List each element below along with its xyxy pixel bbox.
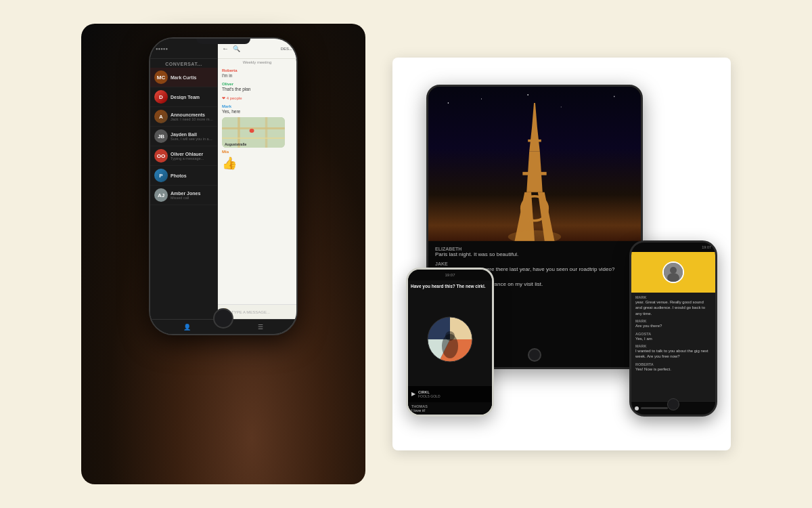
- conv-preview-amber: Missed call: [171, 196, 213, 200]
- small-phone-video-area: Have you heard this? The new cirkl.: [408, 280, 492, 415]
- svg-point-8: [481, 98, 482, 99]
- conv-list-title: CONVERSAT...: [150, 59, 217, 68]
- sender-mia: Mia: [218, 150, 296, 154]
- play-icon[interactable]: ▶: [411, 391, 415, 397]
- conv-item-announcements[interactable]: A Announcments Jack: I need 10 more min.…: [150, 107, 217, 127]
- conv-name-mark-curtis: Mark Curtis: [171, 75, 213, 80]
- map-bubble[interactable]: Auguststraße: [222, 117, 285, 148]
- sp-msg-text-thomas: I love it!: [411, 408, 489, 412]
- small-phone-time: 19:07: [445, 273, 455, 277]
- right-phone-time: 19:07: [702, 245, 711, 249]
- phone-notch: [196, 39, 250, 44]
- rp-msg-mark1: MARK year. Great venue. Really good soun…: [635, 295, 711, 316]
- avatar-oliver: OO: [154, 149, 168, 163]
- sender-mark: Mark: [222, 104, 292, 108]
- conv-item-photos[interactable]: P Photos: [150, 166, 217, 186]
- right-phone-status-bar: 19:07: [631, 242, 715, 252]
- sp-controls-bar: ▶ CIRKL FOOLS GOLD: [408, 386, 492, 402]
- profile-icon[interactable]: 👤: [183, 324, 191, 331]
- devices-container: ELIZABETH Paris last night. It was so be…: [406, 71, 717, 437]
- avatar-design-team: D: [154, 90, 168, 104]
- chat-header-label: DES...: [281, 47, 292, 51]
- svg-rect-16: [522, 172, 546, 175]
- msg-emoji-mia: 👍: [218, 154, 296, 172]
- svg-rect-3: [265, 117, 267, 148]
- svg-point-9: [527, 94, 528, 96]
- conv-info-announcements: Announcments Jack: I need 10 more min...: [171, 112, 213, 121]
- right-showcase: ELIZABETH Paris last night. It was so be…: [392, 58, 731, 450]
- conv-info-mark-curtis: Mark Curtis: [171, 75, 213, 80]
- small-phone-status-bar: 19:07: [408, 270, 492, 280]
- chat-msg-mia-container: Mia 👍: [218, 150, 296, 172]
- left-phone-device: ●●●●● CONVERSAT... MC Mark Curtis D Desi…: [149, 37, 298, 335]
- likes-count: ❤ 4 people: [222, 96, 292, 100]
- conv-item-oliver[interactable]: OO Oliver Ohlauer Typing a message...: [150, 146, 217, 166]
- conv-preview-announcements: Jack: I need 10 more min...: [171, 117, 213, 121]
- rp-msg-mark3: MARK I wanted to talk to you about the g…: [635, 344, 711, 360]
- left-phone-wrapper: ●●●●● CONVERSAT... MC Mark Curtis D Desi…: [81, 24, 365, 484]
- conv-name-design-team: Design Team: [171, 95, 213, 100]
- rp-text-agosta: Yes, I am: [635, 336, 711, 341]
- conv-item-jayden[interactable]: JB Jayden Ball Sure, I will see you in a…: [150, 127, 217, 146]
- msg-text-oliver: That's the plan: [222, 87, 292, 91]
- rp-msg-roberta: ROBERTA Yes! Now is perfect.: [635, 362, 711, 372]
- small-phone-screen: 19:07 Have you heard this? The new cirkl…: [408, 270, 492, 415]
- chat-time-label: Weekly meeting: [218, 59, 296, 66]
- search-button[interactable]: 🔍: [233, 45, 240, 52]
- phone-home-button[interactable]: [213, 308, 233, 329]
- back-button[interactable]: ←: [222, 45, 229, 52]
- conv-name-amber: Amber Jones: [171, 191, 213, 196]
- svg-point-10: [561, 106, 562, 107]
- avatar-jayden: JB: [154, 129, 168, 143]
- conv-info-amber: Amber Jones Missed call: [171, 191, 213, 200]
- conv-info-photos: Photos: [171, 173, 213, 178]
- tablet-hero-image: [428, 87, 641, 241]
- msg-text-mark: Yes, here: [222, 109, 292, 114]
- conv-name-photos: Photos: [171, 173, 213, 178]
- left-bottom-nav: 👤 ☰: [150, 319, 218, 334]
- svg-rect-1: [222, 127, 285, 129]
- small-phone-bottom: [408, 415, 492, 417]
- rp-text-roberta: Yes! Now is perfect.: [635, 366, 711, 372]
- chat-msg-oliver: Oliver That's the plan: [218, 81, 296, 93]
- chat-panel: ← 🔍 DES... Weekly meeting Roberta I'm in…: [218, 39, 296, 334]
- rp-input-indicator: [635, 406, 639, 410]
- msg-text-roberta: I'm in: [222, 73, 292, 78]
- right-phone-home-button[interactable]: [667, 398, 679, 410]
- svg-point-11: [614, 96, 614, 98]
- conv-info-jayden: Jayden Ball Sure, I will see you in a bi…: [171, 132, 213, 141]
- sp-question-text: Have you heard this? The new cirkl.: [411, 283, 489, 289]
- chat-msg-roberta: Roberta I'm in: [218, 67, 296, 79]
- right-phone-avatar: [662, 261, 684, 283]
- tablet-sender-elizabeth: ELIZABETH: [435, 247, 634, 251]
- svg-point-5: [250, 129, 254, 133]
- conv-item-mark-curtis[interactable]: MC Mark Curtis: [150, 68, 217, 87]
- small-phone-device: 19:07 Have you heard this? The new cirkl…: [406, 268, 494, 417]
- tablet-chat-elizabeth: ELIZABETH Paris last night. It was so be…: [435, 247, 634, 258]
- right-phone-screen: 19:07: [631, 242, 715, 415]
- svg-point-27: [670, 267, 677, 274]
- conv-item-amber[interactable]: AJ Amber Jones Missed call: [150, 186, 217, 205]
- sp-track-artist: FOOLS GOLD: [418, 394, 441, 398]
- message-input[interactable]: TYPE A MESSAGE...: [231, 310, 294, 314]
- sender-oliver: Oliver: [222, 82, 292, 86]
- tablet-msg-elizabeth: Paris last night. It was so beautiful.: [435, 251, 634, 258]
- sp-track-info: CIRKL FOOLS GOLD: [418, 390, 441, 398]
- conv-name-announcements: Announcments: [171, 112, 213, 117]
- rp-text-mark2: Are you there?: [635, 323, 711, 329]
- avatar-mark-curtis: MC: [154, 70, 168, 84]
- conv-item-design-team[interactable]: D Design Team: [150, 87, 217, 107]
- chat-likes: ❤ 4 people: [218, 94, 296, 102]
- rp-text-mark1: year. Great venue. Really good sound and…: [635, 299, 711, 316]
- tablet-sender-jake: JAKE: [435, 261, 634, 266]
- tablet-home-button[interactable]: [528, 348, 541, 362]
- rp-msg-mark2: MARK Are you there?: [635, 319, 711, 329]
- right-phone-yellow-header: [631, 252, 715, 293]
- rp-input-bar: [641, 407, 668, 409]
- sender-roberta: Roberta: [222, 68, 292, 72]
- right-phone-messages: MARK year. Great venue. Really good soun…: [631, 293, 715, 401]
- map-image: Auguststraße: [222, 117, 285, 148]
- chat-messages-area: Roberta I'm in Oliver That's the plan ❤ …: [218, 66, 296, 304]
- rp-text-mark3: I wanted to talk to you about the gig ne…: [635, 348, 711, 360]
- phone-screen: ●●●●● CONVERSAT... MC Mark Curtis D Desi…: [150, 39, 296, 334]
